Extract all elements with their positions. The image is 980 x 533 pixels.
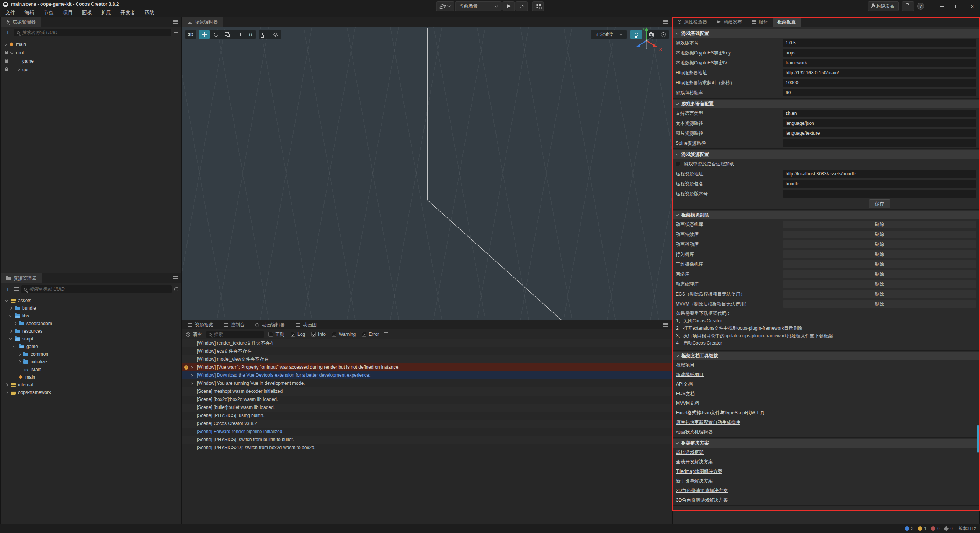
hierarchy-search-input[interactable]: [22, 30, 168, 35]
inspector-tab[interactable]: 服务: [747, 17, 773, 27]
hierarchy-node-row[interactable]: root: [1, 49, 181, 57]
field-input[interactable]: [783, 119, 976, 127]
remove-module-button[interactable]: 剔除: [783, 221, 976, 228]
asset-node-row[interactable]: game: [1, 343, 181, 350]
field-input[interactable]: [783, 170, 976, 178]
field-input[interactable]: [783, 129, 976, 137]
remove-module-button[interactable]: 剔除: [783, 290, 976, 298]
solution-link[interactable]: 全栈开发解决方案: [676, 459, 713, 465]
log-row[interactable]: [Scene] [PHYSICS]: using builtin.: [182, 412, 672, 420]
doc-link[interactable]: API文档: [676, 381, 693, 387]
doc-link[interactable]: Excel格式转Json文件与TypeScript代码工具: [676, 410, 764, 416]
log-filter-checkbox[interactable]: Error: [362, 332, 379, 337]
filter-icon[interactable]: [174, 31, 178, 34]
status-count[interactable]: 0: [944, 526, 952, 531]
log-row[interactable]: [Scene] [PHYSICS2D]: switch from box2d-w…: [182, 444, 672, 452]
hierarchy-node-row[interactable]: gui: [1, 65, 181, 74]
log-row[interactable]: [Scene] [box2d]:box2d wasm lib loaded.: [182, 396, 672, 404]
remove-module-button[interactable]: 剔除: [783, 250, 976, 258]
log-row[interactable]: [Scene] Cocos Creator v3.8.2: [182, 420, 672, 428]
remove-module-button[interactable]: 剔除: [783, 260, 976, 268]
asset-node-row[interactable]: main: [1, 373, 181, 381]
dimension-toggle-button[interactable]: 3D: [185, 30, 196, 39]
section-header[interactable]: 框架文档工具链接: [673, 352, 979, 360]
restart-button[interactable]: [516, 1, 528, 11]
remove-module-button[interactable]: 剔除: [783, 300, 976, 308]
log-expand-icon[interactable]: [190, 374, 193, 377]
section-header[interactable]: 游戏多语言配置: [673, 100, 979, 108]
remove-module-button[interactable]: 剔除: [783, 280, 976, 288]
play-button[interactable]: [503, 1, 515, 11]
panel-menu-icon[interactable]: [173, 278, 178, 279]
expand-chevron-icon[interactable]: [5, 391, 8, 394]
log-filter-checkbox[interactable]: Warning: [332, 332, 356, 337]
doc-link[interactable]: 游戏模板项目: [676, 371, 704, 378]
status-count[interactable]: 0: [931, 526, 939, 531]
asset-node-row[interactable]: internal: [1, 381, 181, 389]
asset-node-row[interactable]: seedrandom: [1, 320, 181, 327]
asset-node-row[interactable]: oops-framework: [1, 389, 181, 396]
inspector-tab[interactable]: 属性检查器: [673, 17, 712, 27]
asset-node-row[interactable]: resources: [1, 327, 181, 335]
expand-chevron-icon[interactable]: [18, 360, 21, 363]
menu-item[interactable]: 帮助: [140, 8, 159, 17]
preview-target-dropdown[interactable]: [436, 1, 454, 11]
log-row[interactable]: [Window] model_view文件夹不存在: [182, 355, 672, 363]
snap-tool-button[interactable]: [259, 30, 270, 39]
render-mode-dropdown[interactable]: 正常渲染: [591, 30, 627, 39]
scrollbar-thumb[interactable]: [977, 425, 979, 453]
inspector-tab[interactable]: 构建发布: [712, 17, 747, 27]
expand-chevron-icon[interactable]: [9, 337, 12, 340]
solution-link[interactable]: 3D角色扮演游戏解决方案: [676, 497, 728, 504]
asset-node-row[interactable]: initialize: [1, 358, 181, 366]
help-button[interactable]: [917, 3, 924, 10]
log-expand-icon[interactable]: [190, 382, 193, 385]
tab-assets[interactable]: 资源管理器: [1, 273, 42, 283]
remove-module-button[interactable]: 剔除: [783, 270, 976, 278]
solution-link[interactable]: 战棋游戏框架: [676, 449, 704, 456]
solution-link[interactable]: 2D角色扮演游戏解决方案: [676, 487, 728, 494]
console-tab[interactable]: 资源预览: [182, 320, 219, 329]
asset-node-row[interactable]: libs: [1, 312, 181, 320]
asset-node-row[interactable]: assets: [1, 297, 181, 304]
console-tab[interactable]: 动画编辑器: [250, 320, 290, 329]
expand-chevron-icon[interactable]: [9, 307, 12, 310]
menu-item[interactable]: 扩展: [96, 8, 116, 17]
maximize-button[interactable]: [951, 1, 963, 11]
expand-chevron-icon[interactable]: [5, 298, 8, 301]
section-header[interactable]: 框架解决方案: [673, 439, 979, 448]
field-input[interactable]: [783, 190, 976, 198]
console-search-input[interactable]: [214, 332, 261, 337]
panel-menu-icon[interactable]: [173, 21, 178, 22]
remove-module-button[interactable]: 剔除: [783, 231, 976, 238]
build-publish-button[interactable]: 构建发布: [868, 1, 899, 11]
asset-node-row[interactable]: common: [1, 350, 181, 358]
clear-console-button[interactable]: 清空: [186, 331, 202, 338]
remove-module-button[interactable]: 剔除: [783, 240, 976, 248]
menu-item[interactable]: 节点: [39, 8, 58, 17]
create-asset-button[interactable]: +: [4, 285, 11, 293]
expand-chevron-icon[interactable]: [10, 51, 13, 54]
gizmo-space-button[interactable]: [245, 30, 256, 39]
log-expand-icon[interactable]: [190, 366, 193, 369]
log-row[interactable]: [Scene] [bullet]:bullet wasm lib loaded.: [182, 404, 672, 412]
expand-chevron-icon[interactable]: [18, 353, 21, 356]
log-row[interactable]: [Window] render_texture文件夹不存在: [182, 339, 672, 347]
log-row[interactable]: [Window] [Vue warn]: Property "onInput" …: [182, 363, 672, 371]
panel-menu-icon[interactable]: [663, 21, 668, 22]
expand-chevron-icon[interactable]: [4, 42, 7, 45]
asset-node-row[interactable]: script: [1, 335, 181, 343]
expand-chevron-icon[interactable]: [16, 68, 20, 71]
tab-scene-editor[interactable]: 场景编辑器: [182, 17, 223, 27]
scale-tool-button[interactable]: [222, 30, 233, 39]
remote-load-checkbox[interactable]: [676, 162, 680, 166]
rect-tool-button[interactable]: [234, 30, 244, 39]
close-button[interactable]: [966, 1, 978, 11]
log-filter-checkbox[interactable]: 正则: [268, 331, 284, 338]
solution-link[interactable]: 新手引导解决方案: [676, 478, 713, 484]
menu-item[interactable]: 开发者: [116, 8, 140, 17]
pivot-tool-button[interactable]: [270, 30, 281, 39]
expand-chevron-icon[interactable]: [9, 314, 12, 317]
doc-link[interactable]: 动画状态机编辑器: [676, 429, 713, 435]
menu-item[interactable]: 文件: [1, 8, 20, 17]
